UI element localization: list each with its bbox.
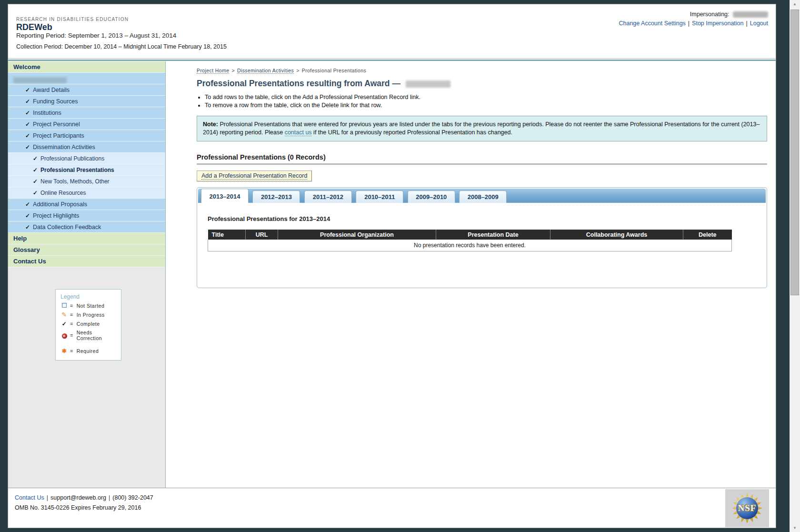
- legend-title: Legend: [60, 293, 117, 300]
- sidebar-item-label: Professional Presentations: [40, 167, 114, 173]
- footer-contact-row: Contact Us|support@rdeweb.org|(800) 392-…: [15, 494, 776, 501]
- sidebar-item-label: Funding Sources: [33, 98, 78, 105]
- tab-2009-2010[interactable]: 2009–2010: [408, 191, 455, 203]
- legend-row-in-progress: ✎ = In Progress: [60, 311, 117, 318]
- legend-icon-cell: ✕: [60, 332, 68, 339]
- breadcrumb-separator: >: [231, 68, 235, 73]
- check-icon: ✓: [25, 132, 30, 139]
- stop-impersonation-link[interactable]: Stop Impersonation: [692, 20, 743, 27]
- sidebar-item-dissemination-activities[interactable]: ✓Dissemination Activities: [8, 141, 165, 153]
- sidebar-item-project-participants[interactable]: ✓Project Participants: [8, 130, 165, 141]
- sidebar-item-help[interactable]: Help: [8, 233, 165, 244]
- scroll-down-button[interactable]: ▼: [790, 524, 800, 532]
- sidebar-item-award-details[interactable]: ✓Award Details: [8, 84, 165, 96]
- sidebar-item-label: Project Personnel: [33, 121, 80, 128]
- main-content: Project Home>Dissemination Activities>Pr…: [166, 61, 776, 488]
- breadcrumb-project-home-link[interactable]: Project Home: [197, 68, 229, 74]
- tab-2012-2013[interactable]: 2012–2013: [252, 191, 300, 203]
- legend-row-complete: ✓ = Complete: [60, 321, 117, 327]
- tab-2008-2009[interactable]: 2008–2009: [459, 191, 507, 203]
- omb-line: OMB No. 3145-0226 Expires February 29, 2…: [15, 504, 776, 511]
- sidebar-item-project-highlights[interactable]: ✓Project Highlights: [8, 210, 165, 221]
- separator: |: [688, 20, 690, 27]
- check-icon: ✓: [25, 224, 30, 231]
- nsf-logo-text: NSF: [738, 503, 757, 513]
- sidebar-item-professional-presentations[interactable]: ✓Professional Presentations: [8, 164, 165, 176]
- check-icon: ✓: [25, 212, 30, 219]
- sidebar-item-welcome[interactable]: Welcome: [8, 61, 165, 73]
- tab-2011-2012[interactable]: 2011–2012: [304, 191, 352, 203]
- legend-icon-cell: ✓: [60, 321, 68, 327]
- complete-check-icon: ✓: [62, 321, 67, 327]
- account-links-row: Change Account Settings|Stop Impersonati…: [619, 20, 768, 27]
- legend-label: Complete: [77, 321, 100, 327]
- instruction-item: To remove a row from the table, click on…: [205, 101, 767, 110]
- in-progress-pencil-icon: ✎: [61, 311, 67, 318]
- award-number-redacted: [406, 80, 450, 88]
- sidebar-item-label: Help: [13, 235, 27, 242]
- sidebar-item-data-collection-feedback[interactable]: ✓Data Collection Feedback: [8, 221, 165, 233]
- nsf-globe-icon: NSF: [736, 497, 758, 519]
- site-header: RESEARCH IN DISABILITIES EDUCATION RDEWe…: [8, 4, 776, 59]
- nsf-logo-area: NSF: [725, 489, 769, 527]
- sidebar-item-label: Welcome: [13, 63, 40, 70]
- sidebar-item-contact-us[interactable]: Contact Us: [8, 256, 165, 267]
- breadcrumb-separator: >: [296, 68, 300, 73]
- check-icon: ✓: [33, 167, 38, 173]
- sidebar-item-label: Additional Proposals: [33, 201, 87, 208]
- page-footer: Contact Us|support@rdeweb.org|(800) 392-…: [8, 488, 776, 528]
- equals-sign: =: [70, 348, 73, 354]
- site-eyebrow: RESEARCH IN DISABILITIES EDUCATION: [16, 17, 129, 22]
- check-icon: ✓: [25, 110, 30, 116]
- not-started-checkbox-icon: [62, 303, 67, 308]
- check-icon: ✓: [25, 87, 30, 93]
- support-phone: (800) 392-2047: [112, 494, 153, 501]
- tab-2010-2011[interactable]: 2010–2011: [356, 191, 403, 203]
- sidebar-item-online-resources[interactable]: ✓Online Resources: [8, 187, 165, 199]
- legend-label: In Progress: [77, 312, 105, 318]
- breadcrumb-current: Professional Presentations: [302, 68, 366, 73]
- add-presentation-record-button[interactable]: Add a Professional Presentation Record: [197, 171, 312, 181]
- breadcrumb-dissemination-activities-link[interactable]: Dissemination Activities: [237, 68, 294, 74]
- sidebar-item-institutions[interactable]: ✓Institutions: [8, 107, 165, 119]
- check-icon: ✓: [33, 178, 38, 185]
- sidebar-item-funding-sources[interactable]: ✓Funding Sources: [8, 96, 165, 107]
- table-empty-row: No presentation records have been entere…: [208, 240, 732, 251]
- legend-label: Required: [77, 348, 99, 354]
- contact-us-link[interactable]: contact us: [285, 129, 312, 136]
- page-body: Welcome ✓Award Details ✓Funding Sources …: [8, 61, 776, 488]
- sidebar-item-label: Project Participants: [33, 132, 84, 139]
- panel-title: Professional Presentations for 2013–2014: [208, 215, 766, 222]
- sidebar-item-label: Project Highlights: [33, 212, 79, 219]
- reporting-period: Reporting Period: September 1, 2013 – Au…: [16, 32, 176, 39]
- sidebar-nav: Welcome ✓Award Details ✓Funding Sources …: [8, 61, 166, 488]
- sidebar-item-glossary[interactable]: Glossary: [8, 244, 165, 256]
- column-header-collaborating-awards: Collaborating Awards: [550, 230, 683, 240]
- sidebar-item-project-personnel[interactable]: ✓Project Personnel: [8, 119, 165, 130]
- scroll-up-button[interactable]: ▲: [790, 0, 800, 8]
- sidebar-item-label: Institutions: [33, 110, 61, 116]
- vertical-scrollbar[interactable]: ▲ ▼: [790, 0, 800, 532]
- sidebar-item-label: Contact Us: [13, 258, 46, 265]
- impersonating-row: Impersonating:: [619, 11, 768, 18]
- tab-2013-2014[interactable]: 2013–2014: [201, 189, 249, 203]
- sidebar-item-award-number[interactable]: [8, 73, 165, 84]
- sidebar-item-additional-proposals[interactable]: ✓Additional Proposals: [8, 199, 165, 210]
- empty-message: No presentation records have been entere…: [208, 240, 732, 251]
- scrollbar-thumb[interactable]: [790, 10, 799, 295]
- logout-link[interactable]: Logout: [750, 20, 768, 27]
- note-text: if the URL for a previously reported Pro…: [312, 129, 512, 136]
- sidebar-item-professional-publications[interactable]: ✓Professional Publications: [8, 153, 165, 164]
- equals-sign: =: [70, 321, 73, 327]
- equals-sign: =: [70, 332, 73, 338]
- needs-correction-icon: ✕: [62, 333, 67, 339]
- change-account-settings-link[interactable]: Change Account Settings: [619, 20, 685, 27]
- sidebar-item-new-tools-methods-other[interactable]: ✓New Tools, Methods, Other: [8, 176, 165, 187]
- sidebar-item-label: New Tools, Methods, Other: [40, 178, 110, 185]
- footer-contact-us-link[interactable]: Contact Us: [15, 494, 44, 501]
- add-presentation-record-label: Add a Professional Presentation Record: [201, 172, 307, 180]
- separator: |: [47, 494, 48, 501]
- sidebar-item-label: Online Resources: [40, 190, 86, 196]
- support-email: support@rdeweb.org: [50, 494, 106, 501]
- check-icon: ✓: [25, 144, 30, 151]
